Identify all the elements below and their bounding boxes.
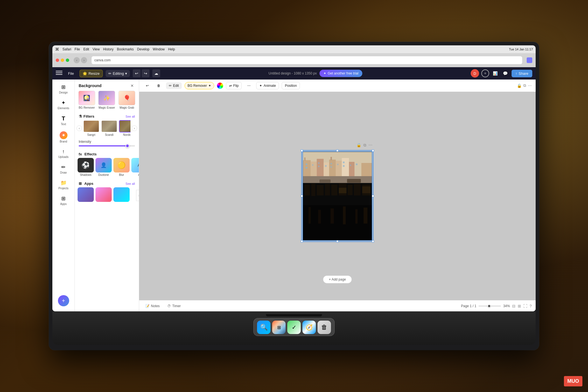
app-item-3[interactable] xyxy=(113,187,130,202)
filter-prev-btn[interactable]: ‹ xyxy=(76,125,82,131)
add-collaborator-btn[interactable]: + xyxy=(481,69,489,77)
menu-bookmarks[interactable]: Bookmarks xyxy=(117,47,134,51)
dock-trash-btn[interactable]: 🗑 xyxy=(318,321,331,334)
sidebar-add-btn[interactable]: + xyxy=(58,295,69,306)
share-btn[interactable]: ↑ Share xyxy=(512,70,532,77)
close-window-btn[interactable] xyxy=(56,59,59,62)
sidebar-item-elements[interactable]: ✦ Elements xyxy=(54,97,73,112)
menu-safari[interactable]: Safari xyxy=(62,47,71,51)
bg-remover-label: BG Remover xyxy=(79,106,95,109)
resize-btn[interactable]: 🌟 Resize xyxy=(80,70,103,77)
color-picker-btn[interactable] xyxy=(217,83,223,89)
timer-btn[interactable]: ⏱ Timer xyxy=(165,303,183,309)
shadows-thumb: ⚽ xyxy=(78,158,94,172)
apps-see-all[interactable]: See all xyxy=(125,182,135,185)
panel-collapse-handle[interactable]: › xyxy=(136,190,139,201)
effect-duotone[interactable]: 👤 Duotone xyxy=(95,158,112,176)
pattern-btn[interactable]: ⋯ xyxy=(244,82,253,89)
sidebar-item-uploads[interactable]: ↑ Uploads xyxy=(54,146,73,161)
multi-view-icon[interactable]: ⊞ xyxy=(518,304,521,308)
svg-rect-19 xyxy=(330,163,332,164)
edit-btn[interactable]: ✏ Edit xyxy=(166,82,182,89)
dock-safari-btn[interactable]: 🧭 xyxy=(302,321,316,334)
sidebar-item-draw[interactable]: ✏ Draw xyxy=(54,162,73,176)
fullscreen-icon[interactable]: ⛶ xyxy=(523,304,527,308)
comments-btn[interactable]: 💬 xyxy=(501,69,509,77)
svg-rect-38 xyxy=(362,186,371,193)
intensity-section: Intensity xyxy=(75,139,139,150)
effect-shadows[interactable]: ⚽ Shadows xyxy=(78,158,94,176)
analytics-btn[interactable]: 📊 xyxy=(491,69,499,77)
undo2-btn[interactable]: ↩ xyxy=(143,82,151,89)
zoom-slider[interactable] xyxy=(479,305,501,307)
app-item-1[interactable] xyxy=(78,187,94,202)
svg-rect-8 xyxy=(336,161,342,177)
minimize-window-btn[interactable] xyxy=(61,59,64,62)
magic-grab-tool[interactable]: 🎈 Magic Grab xyxy=(118,91,136,109)
svg-rect-43 xyxy=(318,210,321,223)
dock-launchpad-btn[interactable]: ⊞ xyxy=(272,321,286,334)
add-page-btn[interactable]: + Add page xyxy=(323,276,352,283)
zoom-level: 34% xyxy=(503,304,510,308)
dock-finder-btn[interactable]: 🔍 xyxy=(257,321,270,334)
notes-btn[interactable]: 📝 Notes xyxy=(143,303,162,309)
bg-remover-btn[interactable]: BG Remover ✦ xyxy=(185,82,214,89)
apple-menu-icon[interactable]: ⌘ xyxy=(55,47,59,52)
filter-nordic[interactable]: Nordic xyxy=(119,120,130,136)
filter-sangri[interactable]: Sangri xyxy=(83,120,99,136)
sidebar-item-design[interactable]: ⊞ Design xyxy=(54,82,73,96)
sidebar-item-apps[interactable]: ⊞ Apps xyxy=(54,193,73,208)
macos-menubar: ⌘ Safari File Edit View History Bookmark… xyxy=(52,45,536,53)
magic-eraser-tool[interactable]: ✨ Magic Eraser xyxy=(98,91,116,109)
grid-view-icon[interactable]: ⊟ xyxy=(512,304,515,308)
menu-develop[interactable]: Develop xyxy=(137,47,150,51)
sidebar-item-text[interactable]: T Text xyxy=(54,113,73,128)
trial-btn[interactable]: ✦ Get another free trial xyxy=(319,70,362,77)
undo-btn[interactable]: ↩ xyxy=(133,69,141,77)
panel-close-btn[interactable]: ✕ xyxy=(129,83,135,88)
help-icon[interactable]: ? xyxy=(529,304,532,308)
filter-next-btn[interactable]: › xyxy=(132,125,137,131)
position-btn[interactable]: Position xyxy=(282,82,300,89)
cloud-sync-btn[interactable]: ☁ xyxy=(152,69,160,77)
filter-scandi[interactable]: Scandi xyxy=(101,120,117,136)
effect-ai[interactable]: AI AI xyxy=(131,158,139,176)
back-btn[interactable]: ‹ xyxy=(74,57,80,63)
sidebar-projects-label: Projects xyxy=(58,187,68,190)
animate-btn[interactable]: ✦ Animate xyxy=(256,82,279,89)
address-bar[interactable]: canva.com xyxy=(92,56,522,64)
intensity-slider[interactable] xyxy=(79,145,135,146)
flip-label: Flip xyxy=(233,84,239,88)
filters-see-all[interactable]: See all xyxy=(125,115,135,118)
delete-btn[interactable]: 🗑 xyxy=(154,82,163,89)
menu-window[interactable]: Window xyxy=(153,47,165,51)
menu-file[interactable]: File xyxy=(74,47,80,51)
menu-history[interactable]: History xyxy=(103,47,113,51)
forward-btn[interactable]: › xyxy=(81,57,87,63)
menu-view[interactable]: View xyxy=(92,47,100,51)
sidebar-item-projects[interactable]: 📁 Projects xyxy=(54,178,73,192)
menu-edit[interactable]: Edit xyxy=(83,47,89,51)
browser-tab-icon[interactable] xyxy=(527,57,532,63)
menu-help[interactable]: Help xyxy=(168,47,175,51)
svg-rect-20 xyxy=(330,166,332,168)
canvas-image[interactable] xyxy=(302,151,372,241)
effect-blur[interactable]: 🟡 Blur xyxy=(113,158,130,176)
zoom-thumb[interactable] xyxy=(487,304,491,308)
bg-remover-tool[interactable]: 🎑 BG Remover xyxy=(78,91,96,109)
hamburger-menu-btn[interactable] xyxy=(56,71,62,76)
canvas-workspace[interactable]: 🔒 ⧉ ⋯ xyxy=(139,92,536,300)
file-btn[interactable]: File xyxy=(65,70,77,77)
dock-reminders-btn[interactable]: ✓ xyxy=(287,321,301,334)
intensity-thumb[interactable] xyxy=(125,144,129,148)
app-item-2[interactable] xyxy=(95,187,112,202)
user-avatar-btn[interactable]: D xyxy=(471,69,479,78)
svg-rect-46 xyxy=(355,209,358,223)
editing-btn[interactable]: ✏ Editing ▾ xyxy=(106,70,130,77)
redo-btn[interactable]: ↪ xyxy=(142,69,150,77)
fullscreen-window-btn[interactable] xyxy=(66,59,69,62)
apps-section xyxy=(75,187,139,202)
canvas-image-svg xyxy=(303,152,372,240)
sidebar-item-brand[interactable]: ✱ Brand xyxy=(54,129,73,145)
flip-btn[interactable]: ⇌ Flip xyxy=(226,82,242,89)
